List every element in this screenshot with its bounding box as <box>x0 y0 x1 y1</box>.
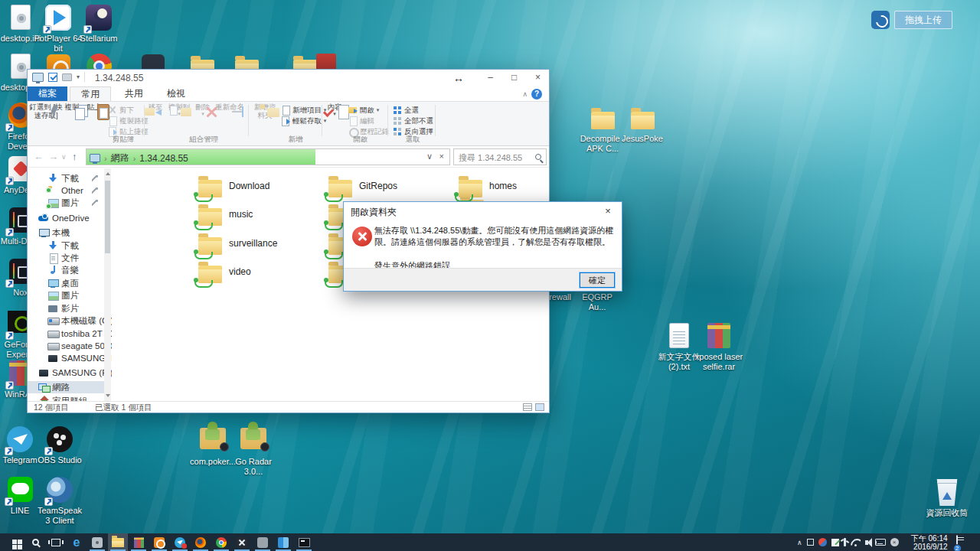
close-button[interactable]: × <box>526 70 550 86</box>
action-center-button[interactable]: 2 <box>956 536 958 549</box>
tray-antivirus-icon[interactable] <box>818 538 827 546</box>
desktop-icon-xposed-rar[interactable]: xposed laser selfie.rar <box>694 322 743 372</box>
tray-notes-icon[interactable] <box>831 539 839 546</box>
breadcrumb-network[interactable]: 網路 <box>111 152 129 165</box>
taskbar-app-utility[interactable] <box>87 533 107 551</box>
tray-eject-icon[interactable]: × <box>890 538 899 546</box>
taskbar-console[interactable] <box>294 533 314 551</box>
taskbar-winrar[interactable] <box>129 533 149 551</box>
search-input[interactable]: 搜尋 1.34.248.55 <box>453 148 547 165</box>
paste-button[interactable]: 貼上 <box>83 103 106 112</box>
nav-item-other[interactable]: Other <box>28 184 104 197</box>
nav-item-downloads-pinned[interactable]: 下載 <box>28 172 104 184</box>
folder-item[interactable]: surveillance <box>198 230 322 258</box>
taskbar-app-orange[interactable] <box>149 533 169 551</box>
minimize-button[interactable]: – <box>479 70 502 86</box>
tab-file[interactable]: 檔案 <box>28 86 67 101</box>
tray-app-icon[interactable] <box>807 539 814 546</box>
nav-item-local-disk-c[interactable]: 本機磁碟 (C:) <box>28 315 104 327</box>
nav-item-videos[interactable]: 影片 <box>28 302 104 315</box>
folder-item[interactable]: music <box>198 201 322 229</box>
properties-button[interactable]: 內容 ▾ <box>323 103 346 116</box>
desktop-icon-jesuspoke[interactable]: JesusPoke <box>618 105 667 144</box>
copy-button[interactable]: 複製 <box>61 103 83 112</box>
nav-item-samsung-f[interactable]: SAMSUNG (F:) <box>28 352 104 364</box>
desktop-icon-obs[interactable]: OBS Studio <box>35 425 84 465</box>
taskbar-clock[interactable]: 下午 06:14 2016/9/12 <box>903 534 948 551</box>
easy-access-button[interactable]: 輕鬆存取 ▾ <box>280 116 326 126</box>
nav-item-music[interactable]: 音樂 <box>28 264 104 276</box>
new-item-button[interactable]: 新增項目 ▾ <box>280 105 326 115</box>
nav-item-pictures-pinned[interactable]: 圖片 <box>28 197 104 209</box>
taskbar-firefox[interactable] <box>191 533 211 551</box>
nav-item-seagate-e[interactable]: seagate 500G ( <box>28 340 104 352</box>
desktop-icon-teamspeak[interactable]: TeamSpeak 3 Client <box>35 476 84 526</box>
tray-volume-icon[interactable] <box>865 540 868 545</box>
nav-item-network[interactable]: 網路 <box>28 381 104 393</box>
open-button[interactable]: 開啟 ▾ <box>348 105 379 115</box>
maximize-button[interactable]: □ <box>502 70 526 86</box>
drag-upload-button[interactable]: 拖拽上传 <box>894 11 952 29</box>
pin-to-quick-access-button[interactable]: 釘選到 [快速存取] <box>29 103 63 119</box>
dialog-close-button[interactable]: × <box>601 205 615 217</box>
thumbnail-view-toggle[interactable] <box>535 403 544 411</box>
start-button[interactable] <box>5 533 24 551</box>
taskbar-edge[interactable]: e <box>67 533 87 551</box>
upload-app-icon[interactable] <box>871 11 890 29</box>
title-bar[interactable]: ▾ 1.34.248.55 ↔ – □ × <box>28 70 549 86</box>
tray-keyboard-icon[interactable] <box>875 539 886 546</box>
nav-scrollbar[interactable] <box>104 168 111 401</box>
taskbar-app-blue[interactable] <box>273 533 293 551</box>
tray-usb-icon[interactable] <box>844 538 846 546</box>
task-view-button[interactable] <box>46 533 66 551</box>
scroll-down-icon[interactable] <box>106 394 110 397</box>
taskbar-app-grey[interactable] <box>253 533 273 551</box>
search-icon[interactable] <box>535 154 541 160</box>
select-none-button[interactable]: 全部不選 <box>392 116 433 126</box>
desktop-icon-go-radar[interactable]: Go Radar 3.0... <box>229 423 278 477</box>
tab-home[interactable]: 常用 <box>70 86 111 102</box>
folder-item[interactable]: GitRepos <box>328 173 452 201</box>
folder-item[interactable]: video <box>198 259 322 286</box>
forward-button[interactable]: → <box>48 151 58 163</box>
nav-item-onedrive[interactable]: OneDrive <box>28 212 104 224</box>
tab-share[interactable]: 共用 <box>114 86 154 101</box>
tab-view[interactable]: 檢視 <box>156 86 196 101</box>
tray-wifi-icon[interactable] <box>851 539 861 546</box>
breadcrumb-host[interactable]: 1.34.248.55 <box>139 153 188 164</box>
folder-item[interactable]: homes <box>459 173 549 201</box>
nav-item-pictures[interactable]: 圖片 <box>28 289 104 302</box>
select-all-button[interactable]: 全選 <box>392 105 419 115</box>
ribbon-collapse-icon[interactable]: ∧ <box>522 90 528 98</box>
address-bar[interactable]: › 網路 › 1.34.248.55 ∨ × <box>86 148 450 165</box>
desktop-icon-stellarium[interactable]: Stellarium <box>74 4 123 44</box>
nav-item-samsung-f-root[interactable]: SAMSUNG (F:) <box>28 367 104 379</box>
address-cancel-icon[interactable]: × <box>439 152 444 161</box>
taskbar-chrome[interactable] <box>211 533 231 551</box>
qat-dropdown-icon[interactable]: ▾ <box>77 73 80 80</box>
address-dropdown-icon[interactable]: ∨ <box>426 152 433 161</box>
up-button[interactable]: ↑ <box>72 151 77 163</box>
help-icon[interactable]: ? <box>531 89 542 99</box>
nav-item-downloads[interactable]: 下載 <box>28 240 104 252</box>
nav-item-toshiba-d[interactable]: toshiba 2T (D:) <box>28 328 104 340</box>
taskbar-nox[interactable] <box>232 533 252 551</box>
checkbox-icon[interactable] <box>48 73 57 82</box>
taskbar-search-button[interactable] <box>25 533 45 551</box>
folder-item[interactable]: Download <box>198 173 322 201</box>
list-view-toggle[interactable] <box>523 403 532 411</box>
taskbar-telegram[interactable] <box>170 533 190 551</box>
nav-item-this-pc[interactable]: 本機 <box>28 227 104 239</box>
desktop-icon-recycle-bin[interactable]: 資源回收筒 <box>923 478 972 518</box>
nav-item-documents[interactable]: 文件 <box>28 252 104 264</box>
history-dropdown-icon[interactable]: ∨ <box>61 151 67 163</box>
scrollbar-thumb[interactable] <box>105 181 110 253</box>
tray-chevron-icon[interactable]: ∧ <box>797 539 802 546</box>
scroll-up-icon[interactable] <box>106 172 110 175</box>
ok-button[interactable]: 確定 <box>580 272 615 288</box>
taskbar-file-explorer[interactable] <box>108 533 128 551</box>
nav-item-desktop[interactable]: 桌面 <box>28 277 104 289</box>
nav-item-homegroup[interactable]: 家用群組 <box>28 395 104 401</box>
back-button[interactable]: ← <box>34 151 44 163</box>
folder-small-icon[interactable] <box>62 73 72 81</box>
